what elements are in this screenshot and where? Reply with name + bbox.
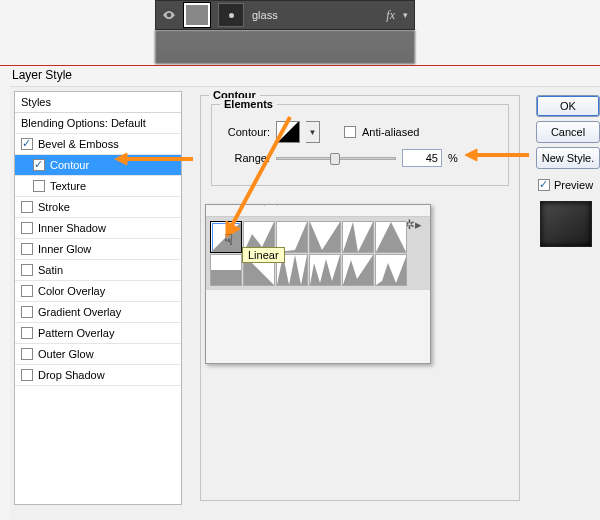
contour-preset[interactable] [342,221,374,253]
contour-preset[interactable] [309,254,341,286]
new-style-button[interactable]: New Style. [536,147,600,169]
contour-checkbox[interactable] [33,159,45,171]
fx-expand-icon[interactable]: ▾ [403,10,408,20]
preview-checkbox[interactable] [538,179,550,191]
layer-name[interactable]: glass [252,9,278,21]
cancel-button[interactable]: Cancel [536,121,600,143]
bevel-emboss-checkbox[interactable] [21,138,33,150]
contour-preset[interactable] [210,254,242,286]
color-overlay-row[interactable]: Color Overlay [15,281,181,302]
preview-label: Preview [554,179,593,191]
inner-glow-checkbox[interactable] [21,243,33,255]
contour-row[interactable]: Contour [15,155,181,176]
dialog-top-border [0,65,600,66]
satin-checkbox[interactable] [21,264,33,276]
anti-aliased-label: Anti-aliased [362,126,419,138]
range-field-label: Range: [222,152,270,164]
drop-shadow-label: Drop Shadow [38,369,105,381]
visibility-icon[interactable] [162,8,176,22]
pattern-overlay-row[interactable]: Pattern Overlay [15,323,181,344]
contour-dropdown-arrow[interactable]: ▼ [306,121,320,143]
bevel-emboss-row[interactable]: Bevel & Emboss [15,134,181,155]
anti-aliased-checkbox[interactable] [344,126,356,138]
styles-list: Styles Blending Options: Default Bevel &… [14,91,182,505]
range-slider-thumb[interactable] [330,153,340,165]
contour-tooltip: Linear [242,247,285,263]
blending-options-row[interactable]: Blending Options: Default [15,113,181,134]
contour-label: Contour [50,159,89,171]
svg-marker-5 [376,222,406,252]
layers-panel-row-blurred [155,30,415,64]
ok-button[interactable]: OK [536,95,600,117]
texture-checkbox[interactable] [33,180,45,192]
contour-preset[interactable] [375,254,407,286]
stroke-label: Stroke [38,201,70,213]
blending-options-label: Blending Options: Default [21,117,146,129]
contour-preset-grid [206,217,430,290]
gradient-overlay-label: Gradient Overlay [38,306,121,318]
cursor-icon: ☟ [224,231,233,249]
drop-shadow-row[interactable]: Drop Shadow [15,365,181,386]
contour-preset[interactable] [342,254,374,286]
inner-shadow-checkbox[interactable] [21,222,33,234]
contour-picker-popup: ✲▸ ☟ Linear [205,204,431,364]
contour-field-label: Contour: [222,126,270,138]
contour-preset[interactable] [375,221,407,253]
satin-label: Satin [38,264,63,276]
svg-marker-10 [343,255,373,285]
elements-group: Elements Contour: ▼ Anti-aliased Range: … [211,104,509,186]
color-overlay-label: Color Overlay [38,285,105,297]
texture-label: Texture [50,180,86,192]
svg-marker-4 [343,222,373,252]
pattern-overlay-label: Pattern Overlay [38,327,114,339]
outer-glow-row[interactable]: Outer Glow [15,344,181,365]
bevel-emboss-label: Bevel & Emboss [38,138,119,150]
contour-preset[interactable] [309,221,341,253]
svg-marker-9 [310,255,340,285]
stroke-checkbox[interactable] [21,201,33,213]
fx-badge[interactable]: fx [386,8,395,23]
satin-row[interactable]: Satin [15,260,181,281]
gradient-overlay-row[interactable]: Gradient Overlay [15,302,181,323]
inner-shadow-row[interactable]: Inner Shadow [15,218,181,239]
layers-panel-row: glass fx ▾ [155,0,415,30]
gradient-overlay-checkbox[interactable] [21,306,33,318]
contour-settings-group: Contour Elements Contour: ▼ Anti-aliased… [200,95,520,501]
svg-marker-11 [376,257,406,285]
inner-shadow-label: Inner Shadow [38,222,106,234]
pattern-overlay-checkbox[interactable] [21,327,33,339]
layer-mask-thumbnail[interactable] [218,3,244,27]
contour-swatch[interactable] [276,121,300,143]
inner-glow-label: Inner Glow [38,243,91,255]
color-overlay-checkbox[interactable] [21,285,33,297]
inner-glow-row[interactable]: Inner Glow [15,239,181,260]
stroke-row[interactable]: Stroke [15,197,181,218]
outer-glow-checkbox[interactable] [21,348,33,360]
svg-marker-3 [310,222,340,252]
preview-swatch [540,201,592,247]
dialog-body: Styles Blending Options: Default Bevel &… [10,86,600,520]
range-slider[interactable] [276,157,396,160]
texture-row[interactable]: Texture [15,176,181,197]
layer-thumbnail[interactable] [184,3,210,27]
range-input[interactable] [402,149,442,167]
styles-header[interactable]: Styles [15,92,181,113]
svg-marker-6 [211,270,241,285]
drop-shadow-checkbox[interactable] [21,369,33,381]
elements-title: Elements [220,98,277,110]
range-unit: % [448,152,458,164]
dialog-title: Layer Style [12,68,72,82]
dialog-buttons: OK Cancel New Style. Preview [536,95,600,247]
outer-glow-label: Outer Glow [38,348,94,360]
